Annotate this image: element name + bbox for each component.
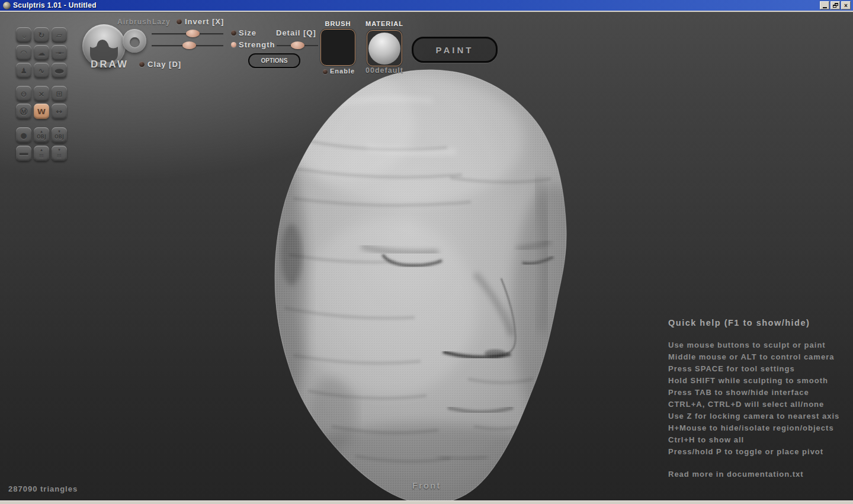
close-button[interactable]: × [841,1,851,9]
lazy-toggle[interactable]: Lazy [152,18,171,26]
quick-help-panel: Quick help (F1 to show/hide) Use mouse b… [668,318,846,479]
brush-section-title: BRUSH [320,20,355,27]
options-button[interactable]: OPTIONS [248,53,300,68]
wax-icon: ∿ [39,67,45,75]
help-line: H+Mouse to hide/isolate region/objects [668,422,846,434]
invert-label[interactable]: Invert [X] [185,17,224,26]
crease-tool-button[interactable]: ◟◞ [16,27,31,43]
material-section-title: MATERIAL [365,20,403,27]
options-button-label: OPTIONS [261,57,287,64]
reduce-brush-icon: × [39,90,45,98]
strength-slider-handle[interactable] [182,41,196,49]
app-icon[interactable] [3,2,11,9]
invert-radio[interactable] [177,19,182,24]
clay-radio[interactable] [139,62,145,67]
rotate-tool-button[interactable]: ↻ [34,27,49,43]
airbrush-hole-icon [130,37,140,47]
minimize-button[interactable] [820,1,829,9]
new-sphere-button[interactable]: ● [16,127,31,143]
brush-enable-label[interactable]: Enable [330,68,355,75]
help-line: Press/hold P to toggle or place pivot [668,446,846,458]
title-bar[interactable]: Sculptris 1.01 - Untitled × [0,0,853,11]
sphere-icon: ● [20,131,27,139]
mask-icon: Ⓜ [20,108,28,115]
smooth-surface-icon: ⊖ [21,90,27,98]
wax-tool-button[interactable]: ∿ [34,63,49,78]
window-controls: × [820,1,852,9]
size-radio[interactable] [231,30,236,36]
help-line: Use mouse buttons to sculpt or paint [668,339,846,351]
symmetry-icon: ↔ [56,108,63,115]
material-preview[interactable] [367,30,402,66]
symmetry-button[interactable]: ↔ [52,104,67,119]
strength-label[interactable]: Strength [239,40,275,49]
size-slider-handle[interactable] [186,30,200,37]
reduce-brush-button[interactable]: × [34,86,49,101]
paint-button-label: PAINT [436,45,474,55]
window-title: Sculptris 1.01 - Untitled [13,1,97,9]
obj-text-icon: OBJ [54,133,64,141]
taskbar-edge [0,500,853,504]
strength-radio[interactable] [231,42,236,47]
brush-enable-radio[interactable] [323,69,328,74]
crease-icon: ◟◞ [23,31,25,39]
help-footer: Read more in documentation.txt [668,470,846,479]
brush-texture-slot[interactable] [320,29,355,66]
draw-tool-button[interactable]: ◠ [16,45,31,60]
floppy-icon: ▤ [57,152,62,159]
help-line: Press TAB to show/hide interface [668,387,846,399]
scale-icon: ▱ [56,31,62,39]
draw-icon: ◠ [21,49,27,57]
detail-label: Detail [Q] [276,28,316,37]
flatten-tool-button[interactable]: ☁ [34,45,49,60]
view-orientation-label: Front [391,480,462,490]
material-sphere-icon [368,33,400,65]
active-tool-name: DRAW [84,59,136,70]
subdivide-all-button[interactable]: ⊞ [52,86,67,101]
save-button[interactable]: ▴▤ [34,146,49,161]
help-line: Press SPACE for tool settings [668,363,846,375]
size-label[interactable]: Size [239,28,256,37]
help-line: Ctrl+H to show all [668,434,846,446]
help-line: Middle mouse or ALT to control camera [668,351,846,363]
help-line: Use Z for locking camera to nearest axis [668,410,846,422]
triangle-count: 287090 triangles [8,484,78,493]
export-obj-button[interactable]: ▴OBJ [34,127,49,143]
plane-icon: ▬ [18,150,29,156]
minimize-icon [823,7,827,8]
restore-button[interactable] [830,1,840,9]
smooth-icon: ● [54,68,64,73]
new-plane-button[interactable]: ▬ [16,146,31,161]
help-line: Hold SHIFT while sculpting to smooth [668,375,846,387]
pinch-tool-button[interactable]: →← [52,45,67,60]
subdivide-icon: ⊞ [56,90,63,98]
wireframe-icon: W [37,108,46,115]
inflate-tool-button[interactable]: ♟ [16,63,31,78]
mask-button[interactable]: Ⓜ [16,104,31,119]
scale-tool-button[interactable]: ▱ [52,27,67,43]
open-button[interactable]: ▾▤ [52,146,67,161]
sculptris-window: Sculptris 1.01 - Untitled × [0,0,853,504]
smooth-tool-button[interactable]: ● [52,63,67,78]
inflate-icon: ♟ [20,67,27,75]
wireframe-button[interactable]: W [34,104,49,119]
obj-text-icon: OBJ [37,133,46,141]
help-line: CTRL+A, CTRL+D will select all/none [668,399,846,410]
smooth-surface-button[interactable]: ⊖ [16,86,31,101]
floppy-icon: ▤ [39,152,44,159]
detail-slider-handle[interactable] [291,41,304,49]
quick-help-title: Quick help (F1 to show/hide) [668,318,846,328]
rotate-icon: ↻ [39,31,45,39]
paint-mode-button[interactable]: PAINT [412,37,498,63]
flatten-icon: ☁ [38,49,46,57]
close-icon: × [844,2,848,9]
restore-icon [833,3,838,8]
import-obj-button[interactable]: ▾OBJ [52,127,67,143]
airbrush-preview[interactable] [123,29,146,53]
clay-label[interactable]: Clay [D] [147,60,181,69]
pinch-icon: →← [56,49,63,57]
airbrush-toggle[interactable]: Airbrush [117,18,152,26]
material-name: 00default [363,66,406,75]
